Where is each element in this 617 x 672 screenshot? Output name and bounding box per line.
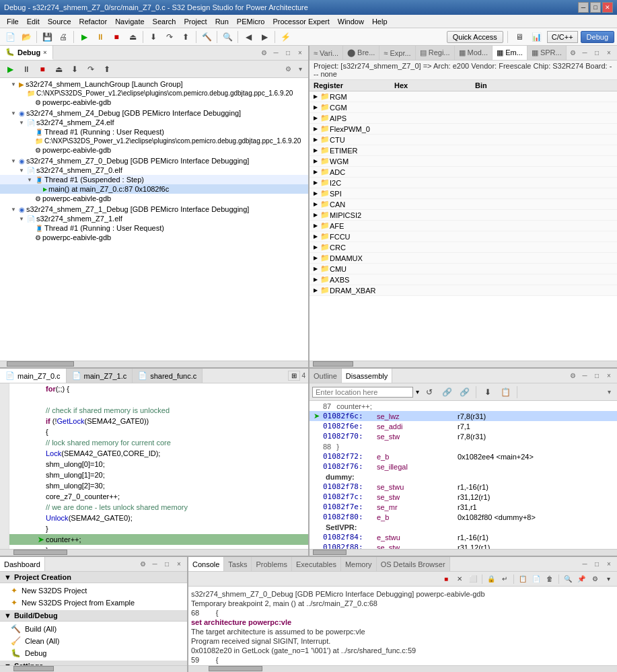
disasm-instr-1082f6e[interactable]: 01082f6e: se_addi r7,1 — [310, 421, 617, 431]
menu-pemicro[interactable]: PEMicro — [233, 16, 269, 27]
tree-item-z71-elf[interactable]: ▼ 📄 s32r274_shmem_Z7_1.elf — [0, 214, 308, 223]
item-new-s32ds-project[interactable]: ✦ New S32DS Project — [0, 585, 187, 597]
debug-panel-maximize[interactable]: □ — [283, 48, 293, 59]
menu-refactor[interactable]: Refactor — [75, 16, 112, 27]
code-tab-split[interactable]: ⊞ — [288, 371, 300, 381]
disasm-instr-1082f7e[interactable]: 01082f7e: se_mr r31,r1 — [310, 502, 617, 512]
disasm-instr-1082f72[interactable]: 01082f72: e_b 0x1082ee4 <main+24> — [310, 451, 617, 461]
disasm-panel-minimize[interactable]: ─ — [579, 371, 590, 381]
reg-row-spi[interactable]: ▶📁SPI — [310, 188, 617, 199]
toolbar-open[interactable]: 📂 — [19, 30, 34, 44]
debug-tb-settings[interactable]: ⚙ — [283, 64, 293, 75]
tree-item-z70-thread[interactable]: ▼ 🧵 Thread #1 (Suspended : Step) — [0, 175, 308, 184]
toolbar-step-over[interactable]: ↷ — [162, 30, 177, 44]
reg-row-fccu[interactable]: ▶📁FCCU — [310, 231, 617, 242]
reg-row-i2c[interactable]: ▶📁I2C — [310, 178, 617, 188]
tab-disassembly[interactable]: Disassembly — [342, 369, 392, 383]
reg-row-rgm[interactable]: ▶📁RGM — [310, 91, 617, 102]
disasm-menu[interactable]: ▾ — [604, 387, 614, 398]
reg-panel-minimize[interactable]: ─ — [579, 48, 590, 59]
toolbar-search[interactable]: 🔍 — [220, 30, 235, 44]
debug-tb-stop[interactable]: ■ — [35, 62, 50, 77]
reg-row-ctu[interactable]: ▶📁CTU — [310, 135, 617, 145]
menu-help[interactable]: Help — [368, 16, 392, 27]
menu-edit[interactable]: Edit — [23, 16, 44, 27]
tree-item-path-1[interactable]: 📁 C:\NXP\S32DS_Power_v1.2\eclipse\plugin… — [0, 89, 308, 98]
tab-os-details[interactable]: OS Details Browser — [377, 557, 450, 571]
reg-row-etimer[interactable]: ▶📁ETIMER — [310, 145, 617, 156]
tree-item-z70-debug[interactable]: ▼ ◉ s32r274_shmem_Z7_0_Debug [GDB PEMicr… — [0, 156, 308, 165]
reg-row-aips[interactable]: ▶📁AIPS — [310, 113, 617, 124]
dashboard-panel-minimize[interactable]: ─ — [149, 559, 160, 570]
tab-registers[interactable]: ▤ Regi... — [416, 46, 455, 60]
tab-dashboard[interactable]: Dashboard — [0, 557, 45, 571]
disasm-panel-maximize[interactable]: □ — [591, 371, 602, 381]
reg-panel-maximize[interactable]: □ — [591, 48, 602, 59]
debug-perspective-button[interactable]: Debug — [581, 31, 614, 43]
reg-row-afe[interactable]: ▶📁AFE — [310, 221, 617, 231]
cpp-perspective-button[interactable]: C/C++ — [547, 31, 578, 43]
close-button[interactable]: ✕ — [602, 2, 613, 13]
debug-tb-resume[interactable]: ▶ — [3, 62, 17, 77]
window-controls[interactable]: ─ □ ✕ — [578, 2, 613, 13]
reg-row-crc[interactable]: ▶📁CRC — [310, 242, 617, 253]
disasm-instr-1082f88[interactable]: 01082f88: se_stw r31,12(r1) — [310, 542, 617, 549]
disasm-instr-1082f6c[interactable]: ➤ 01082f6c: se_lwz r7,8(r31) — [310, 411, 617, 421]
toolbar-resume[interactable]: ▶ — [77, 30, 92, 44]
toolbar-suspend[interactable]: ⏸ — [93, 30, 108, 44]
quick-access-button[interactable]: Quick Access — [447, 31, 503, 43]
toolbar-step-return[interactable]: ⬆ — [178, 30, 193, 44]
reg-row-axbs[interactable]: ▶📁AXBS — [310, 274, 617, 285]
debug-tb-disconnect[interactable]: ⏏ — [51, 62, 66, 77]
tree-item-z4-path[interactable]: 📁 C:\NXP\S32DS_Power_v1.2\eclipse\plugin… — [0, 137, 308, 145]
code-h-scrollbar[interactable] — [0, 549, 308, 556]
console-copy[interactable]: 📋 — [517, 573, 529, 585]
dashboard-scrollbar[interactable] — [0, 665, 187, 672]
tree-item-z70-frame[interactable]: ▶ main() at main_Z7_0.c:87 0x1082f6c — [0, 184, 308, 194]
disasm-instr-1082f78[interactable]: 01082f78: se_stwu r1,-16(r1) — [310, 482, 617, 492]
tab-modules[interactable]: ▦ Mod... — [455, 46, 493, 60]
toolbar-icon1[interactable]: 🖥 — [512, 30, 527, 44]
tree-item-launch-group[interactable]: ▼ ▶ s32r274_shmem_LaunchGroup [Launch Gr… — [0, 79, 308, 89]
reg-panel-close[interactable]: × — [604, 48, 614, 59]
tab-outline[interactable]: Outline — [310, 369, 342, 383]
tree-item-gdb-1[interactable]: ⚙ powerpc-eabivle-gdb — [0, 98, 308, 107]
console-scroll-lock[interactable]: 🔒 — [485, 573, 497, 585]
toolbar-save[interactable]: 💾 — [40, 30, 55, 44]
toolbar-extra1[interactable]: ⚡ — [278, 30, 293, 44]
dashboard-panel-maximize[interactable]: □ — [161, 559, 172, 570]
disasm-step[interactable]: ⬇ — [480, 385, 495, 400]
disasm-instr-1082f7c[interactable]: 01082f7c: se_stw r31,12(r1) — [310, 492, 617, 502]
toolbar-icon2[interactable]: 📊 — [530, 30, 544, 44]
debug-tb-view-menu[interactable]: ▾ — [295, 64, 305, 75]
menu-project[interactable]: Project — [180, 16, 211, 27]
debug-panel-close[interactable]: × — [295, 48, 305, 59]
disasm-instr-1082f76[interactable]: 01082f76: se_illegal — [310, 461, 617, 472]
tree-item-z4-gdb[interactable]: ⚙ powerpc-eabivle-gdb — [0, 145, 308, 155]
disasm-instr-1082f70[interactable]: 01082f70: se_stw r7,8(r31) — [310, 431, 617, 441]
reg-row-mipicsi2[interactable]: ▶📁MIPICSI2 — [310, 210, 617, 221]
reg-row-can[interactable]: ▶📁CAN — [310, 199, 617, 210]
console-content[interactable]: s32r274_shmem_Z7_0_Debug [GDB PEMicro In… — [188, 587, 617, 665]
menu-processor-expert[interactable]: Processor Expert — [268, 16, 333, 27]
toolbar-back[interactable]: ◀ — [241, 30, 256, 44]
tab-variables[interactable]: ≈ Vari... — [310, 46, 343, 60]
console-scrollbar[interactable] — [188, 665, 617, 672]
disasm-instr-1082f84[interactable]: 01082f84: e_stwu r1,-16(r1) — [310, 532, 617, 542]
tab-console[interactable]: Console — [188, 557, 224, 571]
disasm-panel-close[interactable]: × — [604, 371, 614, 381]
code-content[interactable]: for(;;) { // check if shared memory is u… — [9, 383, 308, 549]
console-panel-minimize[interactable]: ─ — [579, 559, 590, 570]
console-panel-close[interactable]: × — [604, 559, 614, 570]
dashboard-panel-settings[interactable]: ⚙ — [137, 559, 148, 570]
minimize-button[interactable]: ─ — [578, 2, 589, 13]
tree-item-z70-elf[interactable]: ▼ 📄 s32r274_shmem_Z7_0.elf — [0, 165, 308, 175]
reg-row-dram-xbar[interactable]: ▶📁DRAM_XBAR — [310, 285, 617, 296]
section-header-project-creation[interactable]: ▼ Project Creation — [0, 572, 187, 583]
toolbar-stop[interactable]: ■ — [109, 30, 124, 44]
tab-main-z71[interactable]: 📄 main_Z7_1.c — [67, 369, 133, 383]
console-panel-maximize[interactable]: □ — [591, 559, 602, 570]
section-header-build-debug[interactable]: ▼ Build/Debug — [0, 610, 187, 622]
disasm-link-active[interactable]: 🔗 — [457, 385, 472, 400]
debug-panel-minimize[interactable]: ─ — [270, 48, 281, 59]
